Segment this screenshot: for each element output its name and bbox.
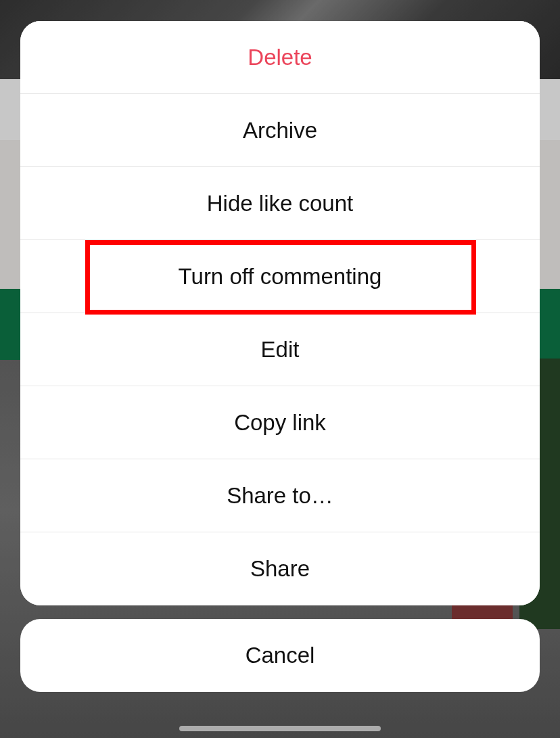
cancel-button[interactable]: Cancel xyxy=(20,619,540,692)
cancel-label: Cancel xyxy=(246,643,315,668)
menu-item-delete[interactable]: Delete xyxy=(20,21,540,94)
action-sheet: Delete Archive Hide like count Turn off … xyxy=(20,21,540,605)
home-indicator[interactable] xyxy=(179,726,381,731)
menu-item-archive[interactable]: Archive xyxy=(20,94,540,167)
menu-item-label: Archive xyxy=(243,118,317,143)
menu-item-label: Copy link xyxy=(234,410,326,436)
menu-item-copy-link[interactable]: Copy link xyxy=(20,386,540,459)
menu-item-label: Share xyxy=(250,556,310,582)
menu-item-turn-off-commenting[interactable]: Turn off commenting xyxy=(20,240,540,313)
menu-item-label: Turn off commenting xyxy=(179,264,382,290)
menu-item-label: Hide like count xyxy=(207,191,353,216)
menu-item-label: Share to… xyxy=(227,483,333,509)
menu-item-hide-like-count[interactable]: Hide like count xyxy=(20,167,540,240)
menu-item-label: Edit xyxy=(261,337,300,363)
menu-item-share-to[interactable]: Share to… xyxy=(20,459,540,532)
menu-item-edit[interactable]: Edit xyxy=(20,313,540,386)
menu-item-label: Delete xyxy=(248,45,312,70)
menu-item-share[interactable]: Share xyxy=(20,532,540,605)
